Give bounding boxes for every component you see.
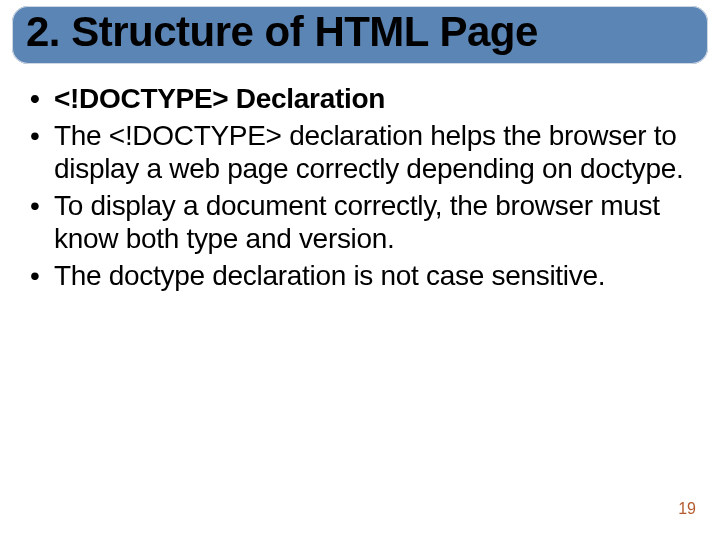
title-container: 2. Structure of HTML Page xyxy=(12,6,708,64)
bullet-list: <!DOCTYPE> Declaration The <!DOCTYPE> de… xyxy=(10,82,710,292)
page-number: 19 xyxy=(678,500,696,518)
list-item: To display a document correctly, the bro… xyxy=(24,189,698,255)
list-item: The doctype declaration is not case sens… xyxy=(24,259,698,292)
list-item: <!DOCTYPE> Declaration xyxy=(24,82,698,115)
list-item: The <!DOCTYPE> declaration helps the bro… xyxy=(24,119,698,185)
slide: 2. Structure of HTML Page <!DOCTYPE> Dec… xyxy=(0,0,720,540)
slide-title: 2. Structure of HTML Page xyxy=(26,10,694,54)
